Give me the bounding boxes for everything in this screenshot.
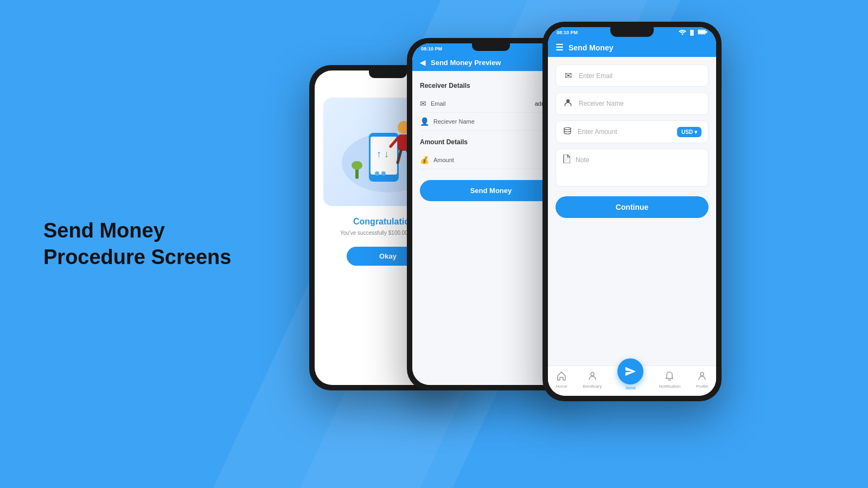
amount-placeholder: Enter Amount [578, 128, 673, 136]
svg-point-4 [381, 171, 386, 176]
svg-rect-27 [706, 31, 707, 33]
amount-field[interactable]: Enter Amount USD ▾ [556, 120, 709, 143]
notification-icon [665, 371, 674, 383]
amount-detail-icon: 💰 [420, 156, 429, 164]
svg-text:↓: ↓ [384, 149, 389, 159]
note-field[interactable]: Note [556, 149, 709, 187]
note-icon [563, 155, 570, 165]
svg-point-3 [375, 171, 379, 176]
phone2-time: 08:10 PM [421, 46, 442, 52]
email-field-placeholder: Enter Email [579, 72, 701, 80]
hamburger-icon[interactable]: ☰ [556, 42, 563, 53]
email-row: ✉ Email admin@... [420, 95, 562, 113]
currency-badge[interactable]: USD ▾ [677, 127, 701, 137]
bottom-nav: Home Benificary Send [548, 365, 716, 396]
wifi-status-icon [679, 29, 686, 36]
send-money-button[interactable]: Send Money [420, 180, 562, 201]
email-field-icon: ✉ [563, 70, 573, 81]
svg-text:↑: ↑ [376, 149, 381, 159]
phone3-notch [610, 27, 654, 37]
continue-button[interactable]: Continue [556, 196, 709, 218]
svg-point-29 [564, 127, 571, 130]
receiver-section-title: Receiver Details [420, 82, 562, 89]
phone1-notch [369, 70, 407, 78]
email-detail-label: Email [431, 100, 531, 107]
form-content: ✉ Enter Email Receiver Name [548, 57, 716, 365]
receiver-detail-icon: 👤 [420, 117, 429, 126]
phones-container: ↑ ↓ $ $ [298, 22, 841, 466]
profile-icon [697, 371, 707, 383]
svg-point-32 [591, 373, 594, 376]
svg-rect-26 [698, 30, 705, 34]
email-field[interactable]: ✉ Enter Email [556, 65, 709, 87]
send-money-title: Send Money [569, 43, 613, 52]
preview-title: Send Money Preview [431, 59, 501, 67]
receiver-name-icon [563, 98, 573, 109]
battery-status-icon [698, 29, 707, 36]
nav-beneficiary[interactable]: Benificary [583, 371, 602, 389]
svg-point-19 [352, 161, 362, 170]
nav-send-label: Send [626, 386, 636, 390]
back-button[interactable]: ◀ [420, 59, 425, 67]
amount-field-row: Enter Amount USD ▾ [578, 127, 701, 137]
receiver-name-field[interactable]: Receiver Name [556, 92, 709, 115]
amount-row: 💰 Amount [420, 151, 562, 169]
back-icon: ◀ [420, 59, 425, 67]
svg-point-24 [682, 34, 684, 35]
receiver-name-placeholder: Receiver Name [579, 100, 701, 107]
nav-beneficiary-label: Benificary [583, 384, 602, 389]
beneficiary-icon [588, 371, 597, 383]
nav-notification[interactable]: Notification [659, 371, 681, 389]
nav-home-label: Home [556, 384, 567, 389]
amount-field-icon [563, 126, 572, 137]
svg-point-33 [700, 373, 704, 376]
phone-form: 08:10 PM ▐▌ ☰ Send Money [542, 22, 722, 401]
note-field-top: Note [563, 155, 701, 165]
signal-status-icon: ▐▌ [688, 30, 695, 35]
page-title-block: Send Money Procedure Screens [43, 217, 231, 271]
note-placeholder: Note [576, 156, 589, 164]
email-detail-icon: ✉ [420, 99, 426, 108]
amount-section-title: Amount Details [420, 138, 562, 146]
nav-profile-label: Profile [696, 384, 709, 389]
receiver-name-row: 👤 Reciever Name [420, 113, 562, 131]
nav-profile[interactable]: Profile [696, 371, 709, 389]
phone3-header: ☰ Send Money [548, 38, 716, 57]
nav-send[interactable]: Send [617, 369, 643, 390]
page-title-line2: Procedure Screens [43, 244, 231, 271]
phone3-status-icons: ▐▌ [679, 29, 707, 36]
nav-home[interactable]: Home [556, 371, 567, 389]
send-fab[interactable] [617, 358, 643, 384]
home-icon [557, 371, 566, 383]
page-title-line1: Send Money [43, 217, 231, 244]
svg-point-28 [566, 99, 570, 102]
phone3-time: 08:10 PM [557, 30, 578, 35]
nav-notification-label: Notification [659, 384, 681, 389]
phone-form-screen: 08:10 PM ▐▌ ☰ Send Money [548, 27, 716, 396]
phone2-notch [472, 43, 510, 51]
